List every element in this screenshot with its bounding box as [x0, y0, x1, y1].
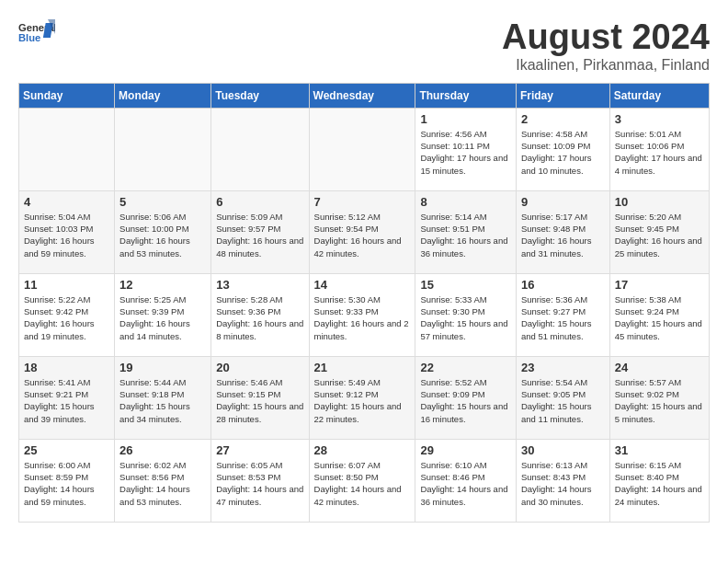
page-header: General Blue August 2024 Ikaalinen, Pirk… [18, 18, 710, 74]
col-thursday: Thursday [415, 83, 517, 108]
day-detail: Sunrise: 5:06 AMSunset: 10:00 PMDaylight… [119, 211, 206, 259]
logo: General Blue [18, 18, 55, 46]
day-number: 7 [314, 195, 411, 209]
table-row: 23Sunrise: 5:54 AMSunset: 9:05 PMDayligh… [516, 356, 609, 439]
day-detail: Sunrise: 5:44 AMSunset: 9:18 PMDaylight:… [119, 376, 206, 425]
day-number: 22 [420, 361, 511, 374]
day-number: 21 [314, 361, 411, 374]
day-detail: Sunrise: 5:12 AMSunset: 9:54 PMDaylight:… [314, 211, 411, 259]
day-number: 17 [615, 278, 704, 292]
day-detail: Sunrise: 5:04 AMSunset: 10:03 PMDaylight… [24, 211, 109, 259]
table-row: 16Sunrise: 5:36 AMSunset: 9:27 PMDayligh… [516, 273, 609, 356]
table-row: 1Sunrise: 4:56 AMSunset: 10:11 PMDayligh… [415, 108, 517, 190]
day-detail: Sunrise: 5:20 AMSunset: 9:45 PMDaylight:… [615, 211, 704, 259]
col-sunday: Sunday [19, 83, 115, 108]
day-detail: Sunrise: 5:22 AMSunset: 9:42 PMDaylight:… [24, 293, 109, 342]
day-detail: Sunrise: 5:49 AMSunset: 9:12 PMDaylight:… [314, 376, 411, 425]
table-row: 24Sunrise: 5:57 AMSunset: 9:02 PMDayligh… [609, 356, 709, 439]
day-detail: Sunrise: 6:00 AMSunset: 8:59 PMDaylight:… [24, 459, 109, 508]
day-detail: Sunrise: 5:52 AMSunset: 9:09 PMDaylight:… [420, 376, 511, 425]
day-number: 2 [521, 112, 605, 126]
table-row: 27Sunrise: 6:05 AMSunset: 8:53 PMDayligh… [211, 439, 309, 522]
day-number: 20 [216, 361, 303, 374]
day-detail: Sunrise: 5:14 AMSunset: 9:51 PMDaylight:… [420, 211, 511, 259]
table-row: 6Sunrise: 5:09 AMSunset: 9:57 PMDaylight… [211, 190, 309, 273]
day-number: 24 [615, 361, 704, 374]
table-row: 20Sunrise: 5:46 AMSunset: 9:15 PMDayligh… [211, 356, 309, 439]
day-number: 16 [521, 278, 605, 292]
day-number: 27 [216, 443, 303, 457]
table-row: 30Sunrise: 6:13 AMSunset: 8:43 PMDayligh… [516, 439, 609, 522]
table-row: 12Sunrise: 5:25 AMSunset: 9:39 PMDayligh… [115, 273, 211, 356]
day-detail: Sunrise: 5:46 AMSunset: 9:15 PMDaylight:… [216, 376, 303, 425]
table-row: 9Sunrise: 5:17 AMSunset: 9:48 PMDaylight… [516, 190, 609, 273]
day-number: 15 [420, 278, 511, 292]
table-row [19, 108, 115, 190]
day-detail: Sunrise: 4:58 AMSunset: 10:09 PMDaylight… [521, 128, 605, 177]
day-detail: Sunrise: 5:01 AMSunset: 10:06 PMDaylight… [615, 128, 704, 177]
table-row: 2Sunrise: 4:58 AMSunset: 10:09 PMDayligh… [516, 108, 609, 190]
day-detail: Sunrise: 6:07 AMSunset: 8:50 PMDaylight:… [314, 459, 411, 508]
col-tuesday: Tuesday [211, 83, 309, 108]
day-detail: Sunrise: 6:02 AMSunset: 8:56 PMDaylight:… [119, 459, 206, 508]
day-number: 30 [521, 443, 605, 457]
day-number: 10 [615, 195, 704, 209]
day-detail: Sunrise: 5:36 AMSunset: 9:27 PMDaylight:… [521, 293, 605, 342]
day-detail: Sunrise: 5:41 AMSunset: 9:21 PMDaylight:… [24, 376, 109, 425]
svg-text:Blue: Blue [18, 32, 40, 43]
day-number: 8 [420, 195, 511, 209]
day-detail: Sunrise: 5:28 AMSunset: 9:36 PMDaylight:… [216, 293, 303, 342]
day-number: 11 [24, 278, 109, 292]
table-row: 25Sunrise: 6:00 AMSunset: 8:59 PMDayligh… [19, 439, 115, 522]
day-detail: Sunrise: 6:10 AMSunset: 8:46 PMDaylight:… [420, 459, 511, 508]
table-row: 31Sunrise: 6:15 AMSunset: 8:40 PMDayligh… [609, 439, 709, 522]
col-saturday: Saturday [609, 83, 709, 108]
day-number: 9 [521, 195, 605, 209]
col-wednesday: Wednesday [309, 83, 415, 108]
day-number: 6 [216, 195, 303, 209]
table-row: 4Sunrise: 5:04 AMSunset: 10:03 PMDayligh… [19, 190, 115, 273]
day-detail: Sunrise: 5:25 AMSunset: 9:39 PMDaylight:… [119, 293, 206, 342]
table-row: 8Sunrise: 5:14 AMSunset: 9:51 PMDaylight… [415, 190, 517, 273]
day-detail: Sunrise: 5:57 AMSunset: 9:02 PMDaylight:… [615, 376, 704, 425]
table-row: 15Sunrise: 5:33 AMSunset: 9:30 PMDayligh… [415, 273, 517, 356]
calendar-title: August 2024 [502, 18, 710, 57]
day-number: 3 [615, 112, 704, 126]
day-detail: Sunrise: 5:09 AMSunset: 9:57 PMDaylight:… [216, 211, 303, 259]
table-row: 22Sunrise: 5:52 AMSunset: 9:09 PMDayligh… [415, 356, 517, 439]
calendar-subtitle: Ikaalinen, Pirkanmaa, Finland [502, 57, 710, 74]
day-number: 23 [521, 361, 605, 374]
day-detail: Sunrise: 5:54 AMSunset: 9:05 PMDaylight:… [521, 376, 605, 425]
logo-icon: General Blue [18, 18, 55, 46]
day-number: 4 [24, 195, 109, 209]
table-row [211, 108, 309, 190]
table-row: 19Sunrise: 5:44 AMSunset: 9:18 PMDayligh… [115, 356, 211, 439]
table-row: 26Sunrise: 6:02 AMSunset: 8:56 PMDayligh… [115, 439, 211, 522]
table-row: 21Sunrise: 5:49 AMSunset: 9:12 PMDayligh… [309, 356, 415, 439]
col-friday: Friday [516, 83, 609, 108]
day-number: 12 [119, 278, 206, 292]
table-row [309, 108, 415, 190]
day-number: 25 [24, 443, 109, 457]
table-row: 14Sunrise: 5:30 AMSunset: 9:33 PMDayligh… [309, 273, 415, 356]
table-row: 5Sunrise: 5:06 AMSunset: 10:00 PMDayligh… [115, 190, 211, 273]
day-detail: Sunrise: 6:13 AMSunset: 8:43 PMDaylight:… [521, 459, 605, 508]
day-number: 26 [119, 443, 206, 457]
day-number: 14 [314, 278, 411, 292]
day-detail: Sunrise: 4:56 AMSunset: 10:11 PMDaylight… [420, 128, 511, 177]
title-section: August 2024 Ikaalinen, Pirkanmaa, Finlan… [502, 18, 710, 74]
table-row: 10Sunrise: 5:20 AMSunset: 9:45 PMDayligh… [609, 190, 709, 273]
table-row: 29Sunrise: 6:10 AMSunset: 8:46 PMDayligh… [415, 439, 517, 522]
calendar-table: Sunday Monday Tuesday Wednesday Thursday… [18, 83, 710, 523]
table-row: 17Sunrise: 5:38 AMSunset: 9:24 PMDayligh… [609, 273, 709, 356]
day-detail: Sunrise: 5:33 AMSunset: 9:30 PMDaylight:… [420, 293, 511, 342]
col-monday: Monday [115, 83, 211, 108]
table-row: 28Sunrise: 6:07 AMSunset: 8:50 PMDayligh… [309, 439, 415, 522]
table-row: 18Sunrise: 5:41 AMSunset: 9:21 PMDayligh… [19, 356, 115, 439]
calendar-header: Sunday Monday Tuesday Wednesday Thursday… [19, 83, 710, 108]
table-row: 13Sunrise: 5:28 AMSunset: 9:36 PMDayligh… [211, 273, 309, 356]
table-row: 11Sunrise: 5:22 AMSunset: 9:42 PMDayligh… [19, 273, 115, 356]
day-number: 13 [216, 278, 303, 292]
day-detail: Sunrise: 6:15 AMSunset: 8:40 PMDaylight:… [615, 459, 704, 508]
table-row [115, 108, 211, 190]
